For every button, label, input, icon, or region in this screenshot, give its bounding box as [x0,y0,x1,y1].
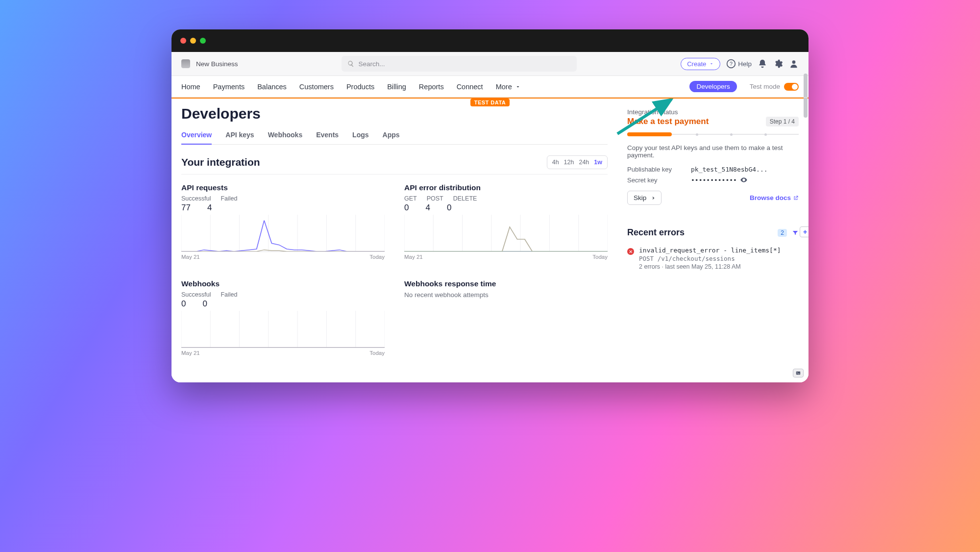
page-title: Developers [181,105,608,122]
create-button-label: Create [687,60,706,68]
value-wh-successful: 0 [181,299,186,309]
tab-apps[interactable]: Apps [383,126,400,144]
time-range-picker[interactable]: 4h 12h 24h 1w [547,155,608,169]
reveal-eye-icon[interactable] [740,176,748,184]
skip-button[interactable]: Skip [627,191,662,205]
nav-item-connect[interactable]: Connect [457,78,483,96]
browse-docs-label: Browse docs [750,194,791,201]
business-avatar-icon [181,59,190,68]
api-requests-chart [181,215,385,252]
account-icon[interactable] [789,59,799,69]
tab-overview[interactable]: Overview [181,126,212,145]
nav-item-customers[interactable]: Customers [299,78,334,96]
tab-api-keys[interactable]: API keys [225,126,254,144]
integration-status-label: Integration status [627,108,799,116]
api-requests-title: API requests [181,183,385,192]
external-link-icon [793,195,799,201]
range-1w[interactable]: 1w [594,159,602,166]
sec-key-label: Secret key [627,176,681,184]
recent-errors-count: 2 [778,229,787,237]
business-name[interactable]: New Business [196,60,238,68]
browse-docs-link[interactable]: Browse docs [750,194,799,201]
search-icon [347,60,354,67]
maximize-window-icon[interactable] [200,38,206,44]
pub-key-label: Publishable key [627,166,681,173]
api-errors-title: API error distribution [404,183,608,192]
help-link[interactable]: ? Help [726,59,752,69]
range-12h[interactable]: 12h [564,159,574,166]
integration-step-body: Copy your test API keys and use them to … [627,144,799,159]
value-post: 4 [425,203,430,213]
divider [181,174,608,175]
minimize-window-icon[interactable] [190,38,196,44]
nav-item-more-label: More [496,83,512,91]
topbar: New Business Search... Create ? Help [172,52,808,76]
xaxis-start: May 21 [181,350,200,356]
testmode-toggle[interactable] [784,83,799,91]
help-icon: ? [726,59,736,69]
value-failed: 4 [207,203,212,213]
nav-item-products[interactable]: Products [346,78,374,96]
value-delete: 0 [447,203,451,213]
nav-item-payments[interactable]: Payments [213,78,245,96]
nav-item-balances[interactable]: Balances [257,78,287,96]
webhook-rt-title: Webhooks response time [404,279,608,288]
nav-item-home[interactable]: Home [181,78,200,96]
xaxis-end: Today [369,254,385,260]
nav-item-more[interactable]: More [496,78,521,96]
developers-pill[interactable]: Developers [689,81,736,92]
label-wh-failed: Failed [220,291,237,298]
value-successful: 77 [181,203,191,213]
label-post: POST [427,195,443,202]
error-meta: 2 errors · last seen May 25, 11:28 AM [639,263,781,270]
value-get: 0 [404,203,409,213]
range-24h[interactable]: 24h [579,159,589,166]
create-button[interactable]: Create [681,58,720,70]
testmode-label: Test mode [750,83,780,90]
xaxis-end: Today [592,254,608,260]
range-4h[interactable]: 4h [552,159,559,166]
sec-key-value[interactable]: •••••••••••• [691,176,748,184]
error-title: invalid_request_error - line_items[*] [639,247,781,254]
settings-gear-icon[interactable] [773,59,783,69]
webhooks-title: Webhooks [181,279,385,288]
webhook-rt-note: No recent webhook attempts [404,291,608,299]
chevron-down-icon [515,84,521,90]
label-delete: DELETE [453,195,477,202]
global-search[interactable]: Search... [342,56,577,72]
xaxis-start: May 21 [181,254,200,260]
svg-point-3 [792,60,796,64]
filter-icon[interactable] [792,229,799,236]
skip-button-label: Skip [634,194,646,201]
chevron-down-icon [709,61,714,66]
macos-titlebar [172,29,808,52]
recent-error-row[interactable]: ✕ invalid_request_error - line_items[*] … [627,247,799,270]
close-window-icon[interactable] [180,38,186,44]
pub-key-value[interactable]: pk_test_51N8esbG4... [691,166,768,173]
nav-item-reports[interactable]: Reports [419,78,444,96]
value-wh-failed: 0 [202,299,207,309]
step-badge: Step 1 / 4 [766,117,799,126]
tab-events[interactable]: Events [316,126,339,144]
search-placeholder: Search... [358,60,385,68]
label-wh-successful: Successful [181,291,211,298]
notifications-icon[interactable] [758,59,767,69]
api-errors-chart [404,215,608,252]
nav-item-billing[interactable]: Billing [387,78,406,96]
step-progress [627,132,799,136]
error-icon: ✕ [627,248,634,255]
svg-text:?: ? [730,61,733,67]
webhooks-chart [181,311,385,348]
recent-errors-heading: Recent errors [627,227,685,238]
primary-nav: Home Payments Balances Customers Product… [172,76,808,98]
label-failed: Failed [220,195,237,202]
label-successful: Successful [181,195,211,202]
integration-heading: Your integration [181,156,260,168]
integration-step-title: Make a test payment [627,117,709,126]
label-get: GET [404,195,417,202]
tab-webhooks[interactable]: Webhooks [268,126,303,144]
tab-logs[interactable]: Logs [352,126,368,144]
error-subtitle: POST /v1/checkout/sessions [639,255,781,262]
xaxis-end: Today [369,350,385,356]
xaxis-start: May 21 [404,254,423,260]
